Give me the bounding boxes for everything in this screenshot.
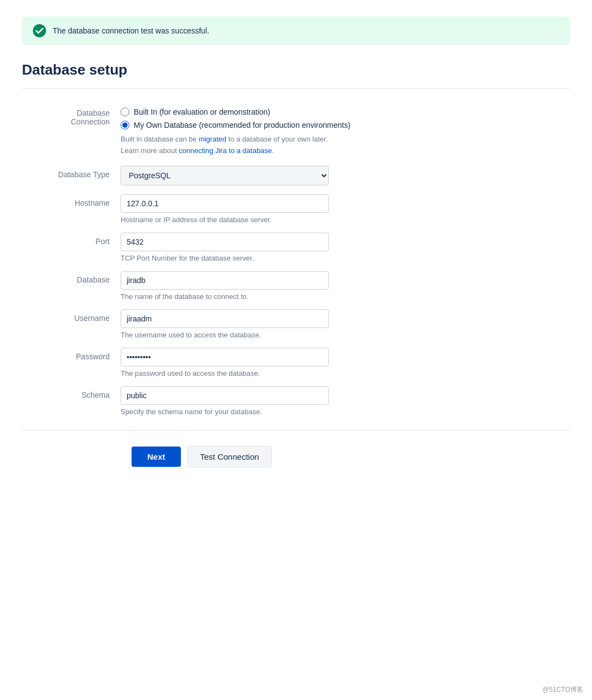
bottom-divider [22,430,570,431]
database-hint: The name of the database to connect to. [121,292,570,301]
option-builtin-label: Built In (for evaluation or demonstratio… [134,108,270,116]
option-own[interactable]: My Own Database (recommended for product… [121,121,570,129]
next-button[interactable]: Next [132,447,181,467]
option-builtin[interactable]: Built In (for evaluation or demonstratio… [121,108,570,116]
port-row: Port TCP Port Number for the database se… [22,233,570,271]
schema-field: Specify the schema name for your databas… [121,386,570,425]
schema-hint: Specify the schema name for your databas… [121,408,570,416]
database-connection-row: DatabaseConnection Built In (for evaluat… [22,104,570,166]
radio-builtin[interactable] [121,108,129,116]
username-row: Username The username used to access the… [22,309,570,348]
password-input[interactable] [121,348,329,366]
password-field: The password used to access the database… [121,348,570,386]
username-field: The username used to access the database… [121,309,570,348]
connection-hint: Built in database can be migrated to a d… [121,134,570,157]
database-input[interactable] [121,271,329,290]
password-row: Password The password used to access the… [22,348,570,386]
database-type-row: Database Type PostgreSQL MySQL Oracle SQ… [22,166,570,194]
port-field: TCP Port Number for the database server. [121,233,570,271]
setup-form: DatabaseConnection Built In (for evaluat… [22,104,570,425]
hint-line2-end: . [272,146,274,155]
radio-own[interactable] [121,121,129,129]
database-label: Database [22,271,121,309]
password-label: Password [22,348,121,386]
success-banner: The database connection test was success… [22,16,570,45]
database-connection-field: Built In (for evaluation or demonstratio… [121,104,570,166]
schema-row: Schema Specify the schema name for your … [22,386,570,425]
hint-line1: Built in database can be [121,135,198,143]
connecting-link[interactable]: connecting Jira to a database [179,146,272,155]
password-hint: The password used to access the database… [121,369,570,377]
hostname-field: Hostname or IP address of the database s… [121,194,570,233]
database-type-field: PostgreSQL MySQL Oracle SQL Server [121,166,570,194]
radio-group: Built In (for evaluation or demonstratio… [121,104,570,129]
username-input[interactable] [121,309,329,328]
page-title: Database setup [22,61,570,78]
schema-input[interactable] [121,386,329,405]
port-label: Port [22,233,121,271]
hostname-input[interactable] [121,194,329,213]
port-input[interactable] [121,233,329,251]
title-divider [22,88,570,89]
database-field: The name of the database to connect to. [121,271,570,309]
option-own-label: My Own Database (recommended for product… [134,121,350,129]
database-type-label: Database Type [22,166,121,194]
port-hint: TCP Port Number for the database server. [121,254,570,262]
migrated-link[interactable]: migrated [198,135,226,143]
success-icon [33,24,46,37]
hint-line2: Learn more about [121,146,179,155]
test-connection-button[interactable]: Test Connection [187,446,272,467]
database-row: Database The name of the database to con… [22,271,570,309]
database-type-select[interactable]: PostgreSQL MySQL Oracle SQL Server [121,166,329,185]
watermark: @51CTO博客 [542,685,583,695]
schema-label: Schema [22,386,121,425]
hostname-hint: Hostname or IP address of the database s… [121,216,570,224]
button-row: Next Test Connection [22,446,570,467]
svg-point-0 [33,24,46,37]
hostname-row: Hostname Hostname or IP address of the d… [22,194,570,233]
database-connection-label: DatabaseConnection [22,104,121,166]
success-text: The database connection test was success… [53,26,209,35]
hint-line1-end: to a database of your own later. [226,135,328,143]
hostname-label: Hostname [22,194,121,233]
username-hint: The username used to access the database… [121,331,570,339]
username-label: Username [22,309,121,348]
